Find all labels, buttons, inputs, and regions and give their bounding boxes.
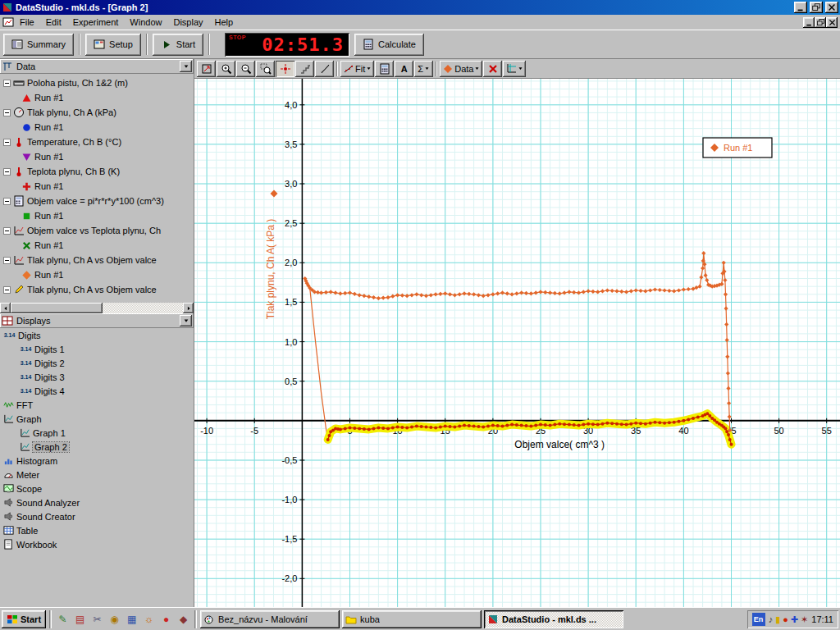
task-button-1[interactable]: Bez_názvu - Malování [200, 610, 340, 628]
tangent-tool-button[interactable] [315, 61, 334, 77]
tray-icon-3[interactable]: ● [783, 613, 788, 626]
expand-collapse-icon[interactable] [3, 80, 11, 87]
smart-tool-button[interactable] [276, 61, 294, 77]
slope-tool-button[interactable] [295, 61, 314, 77]
display-item-graph[interactable]: Graph [0, 412, 194, 426]
quick-launch-icon-3[interactable]: ✂ [89, 611, 105, 627]
delete-button[interactable] [483, 61, 502, 77]
task-button-3[interactable]: DataStudio - mkl.ds ... [484, 610, 623, 628]
display-item-graph-1[interactable]: Graph 1 [0, 426, 194, 440]
quick-launch-icon-8[interactable]: ◆ [176, 611, 191, 627]
mdi-restore-button[interactable] [815, 17, 826, 28]
displays-panel-menu-button[interactable] [180, 315, 192, 326]
display-item-digits-4[interactable]: 3.14Digits 4 [0, 384, 194, 398]
task-button-2[interactable]: kuba [342, 610, 482, 628]
data-source-5[interactable]: Objem valce = pi*r*r*y*100 (cm^3) [0, 194, 194, 208]
data-run-3[interactable]: Run #1 [0, 149, 194, 164]
display-item-graph-2[interactable]: Graph 2 [0, 440, 194, 454]
display-item-sound-creator[interactable]: Sound Creator [0, 509, 194, 523]
axis-settings-button[interactable] [503, 61, 526, 77]
display-item-fft[interactable]: FFT [0, 398, 194, 412]
quick-launch-icon-6[interactable]: ☼ [141, 611, 157, 627]
document-window-icon[interactable] [2, 16, 14, 28]
setup-button[interactable]: Setup [85, 34, 141, 56]
start-button[interactable]: Start [153, 34, 203, 56]
menu-file[interactable]: File [14, 16, 40, 29]
expand-collapse-icon[interactable] [3, 286, 11, 294]
quick-launch-icon-2[interactable]: ▤ [72, 611, 88, 627]
data-run-6[interactable]: Run #1 [0, 238, 194, 253]
data-run-4[interactable]: Run #1 [0, 179, 194, 194]
data-menu-button[interactable]: Data [440, 61, 482, 77]
menu-help[interactable]: Help [209, 16, 240, 29]
displays-panel-header[interactable]: Displays [0, 313, 194, 328]
expand-collapse-icon[interactable] [3, 227, 11, 235]
display-item-digits-1[interactable]: 3.14Digits 1 [0, 342, 194, 356]
zoom-out-button[interactable] [236, 61, 255, 77]
tray-icon-5[interactable]: ✶ [801, 613, 808, 626]
data-source-3[interactable]: Temperature, Ch B (°C) [0, 135, 194, 149]
data-run-5[interactable]: Run #1 [0, 208, 194, 223]
minimize-button[interactable] [794, 2, 807, 13]
zoom-in-button[interactable] [217, 61, 235, 77]
mdi-close-button[interactable] [826, 17, 838, 28]
scale-to-fit-button[interactable] [197, 61, 216, 77]
quick-launch-icon-4[interactable]: ◉ [107, 611, 122, 627]
data-source-8[interactable]: Tlak plynu, Ch A vs Objem valce [0, 282, 194, 297]
menu-experiment[interactable]: Experiment [67, 16, 125, 29]
expand-collapse-icon[interactable] [3, 168, 11, 176]
graph-plot[interactable]: -10-55101520253035404550554,03,53,02,52,… [194, 79, 840, 607]
tray-icon-1[interactable]: ♪ [769, 613, 774, 626]
quick-launch-icon-1[interactable]: ✎ [55, 611, 71, 627]
quick-launch-icon-7[interactable]: ● [158, 611, 174, 627]
expand-collapse-icon[interactable] [3, 257, 11, 264]
scrollbar-thumb[interactable] [11, 303, 103, 313]
fit-menu-button[interactable]: Fit [340, 61, 374, 77]
display-item-scope[interactable]: Scope [0, 482, 194, 495]
display-item-digits-3[interactable]: 3.14Digits 3 [0, 370, 194, 384]
menu-window[interactable]: Window [124, 16, 167, 29]
text-annotation-button[interactable]: A [395, 61, 413, 77]
data-source-2[interactable]: Tlak plynu, Ch A (kPa) [0, 105, 194, 120]
menu-edit[interactable]: Edit [40, 16, 67, 29]
data-run-1[interactable]: Run #1 [0, 90, 194, 105]
quick-launch-icon-5[interactable]: ▦ [124, 611, 139, 627]
expand-collapse-icon[interactable] [3, 109, 11, 116]
graph-calculate-button[interactable] [375, 61, 394, 77]
display-item-digits-2[interactable]: 3.14Digits 2 [0, 356, 194, 370]
data-tree-hscrollbar[interactable] [0, 303, 194, 313]
data-source-6[interactable]: Objem valce vs Teplota plynu, Ch [0, 223, 194, 238]
menu-display[interactable]: Display [167, 16, 208, 29]
data-source-1[interactable]: Poloha pistu, Ch 1&2 (m) [0, 75, 194, 90]
start-menu-button[interactable]: Start [2, 610, 46, 628]
display-item-workbook[interactable]: Workbook [0, 537, 194, 551]
language-indicator[interactable]: En [752, 613, 765, 626]
display-item-meter[interactable]: Meter [0, 468, 194, 482]
data-run-7[interactable]: Run #1 [0, 267, 194, 282]
expand-collapse-icon[interactable] [3, 198, 11, 205]
display-item-digits[interactable]: 3.14Digits [0, 328, 194, 342]
scroll-left-button[interactable] [0, 303, 11, 313]
display-item-sound-analyzer[interactable]: Sound Analyzer [0, 495, 194, 509]
display-item-histogram[interactable]: Histogram [0, 454, 194, 468]
statistics-menu-button[interactable]: Σ [414, 61, 433, 77]
scroll-right-button[interactable] [183, 303, 194, 313]
close-button[interactable] [825, 2, 838, 13]
display-item-table[interactable]: Table [0, 523, 194, 537]
expand-collapse-icon[interactable] [3, 139, 11, 146]
data-run-2[interactable]: Run #1 [0, 120, 194, 135]
data-source-4[interactable]: Teplota plynu, Ch B (K) [0, 164, 194, 179]
tray-icon-4[interactable]: ✚ [791, 613, 798, 626]
scrollbar-track[interactable] [103, 303, 183, 313]
data-source-7[interactable]: Tlak plynu, Ch A vs Objem valce [0, 253, 194, 267]
calculate-button[interactable]: Calculate [354, 34, 424, 56]
run-marker-icon [21, 211, 32, 221]
data-panel-header[interactable]: Data [0, 59, 194, 74]
summary-button[interactable]: Summary [3, 34, 74, 56]
title-bar[interactable]: DataStudio - mkl.ds - [Graph 2] [0, 0, 840, 15]
tray-icon-2[interactable]: ▮ [775, 613, 780, 626]
data-panel-menu-button[interactable] [180, 61, 192, 72]
zoom-select-button[interactable] [256, 61, 275, 77]
mdi-minimize-button[interactable] [803, 17, 815, 28]
maximize-button[interactable] [810, 2, 823, 13]
